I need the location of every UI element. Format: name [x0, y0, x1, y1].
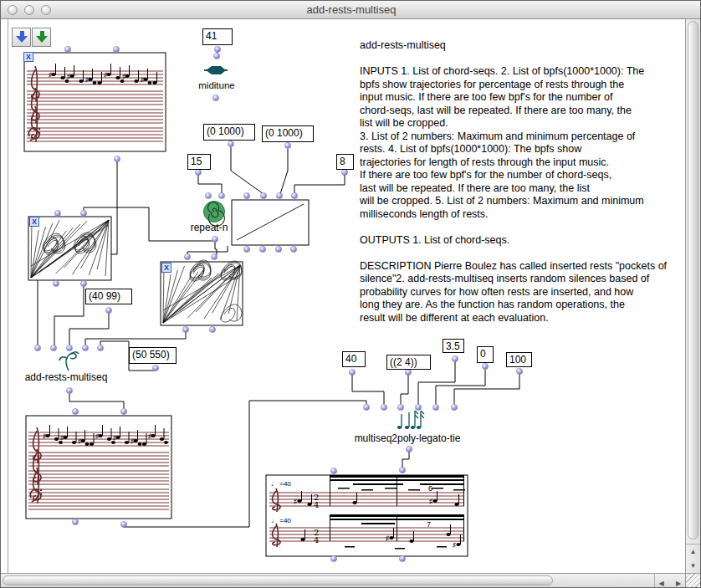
port-dot[interactable]: [406, 446, 412, 452]
port-dot[interactable]: [66, 345, 72, 350]
port-dot[interactable]: [82, 345, 88, 350]
port-dot[interactable]: [276, 192, 282, 198]
vertical-scrollbar[interactable]: ▲ ▼: [685, 19, 700, 575]
port-dot[interactable]: [80, 210, 86, 216]
poly-display[interactable]: ♩ =40♩ =40242467♯♯♯♯: [266, 475, 468, 556]
add-rests-multiseq-icon[interactable]: [59, 352, 79, 371]
port-dot[interactable]: [214, 46, 220, 52]
port-dot[interactable]: [243, 192, 249, 198]
number-box-8[interactable]: 8: [336, 154, 354, 170]
bpf-lib-display-a[interactable]: [28, 217, 111, 280]
port-dot[interactable]: [330, 555, 336, 561]
svg-text:4: 4: [314, 500, 319, 509]
port-dot[interactable]: [415, 404, 421, 410]
port-dot[interactable]: [432, 404, 438, 410]
range-box-40-99[interactable]: (40 99): [85, 289, 132, 304]
port-dot[interactable]: [363, 404, 369, 410]
svg-text:♯: ♯: [113, 434, 116, 442]
port-dot[interactable]: [284, 142, 290, 148]
port-dot[interactable]: [399, 555, 405, 561]
port-dot[interactable]: [452, 355, 458, 361]
scroll-right-icon[interactable]: ▶: [672, 577, 685, 588]
list-box-2-4[interactable]: ((2 4)): [386, 355, 431, 370]
resize-grip-icon[interactable]: [685, 573, 700, 587]
scroll-up-icon[interactable]: ▲: [686, 545, 700, 559]
port-dot[interactable]: [399, 467, 405, 473]
port-dot[interactable]: [97, 345, 103, 350]
port-dot[interactable]: [516, 368, 522, 374]
port-dot[interactable]: [120, 408, 126, 414]
number-box-15[interactable]: 15: [187, 154, 211, 170]
svg-text:♯: ♯: [67, 73, 70, 80]
range-box-0-1000-b[interactable]: (0 1000): [262, 125, 314, 142]
port-dot[interactable]: [72, 519, 78, 524]
port-dot[interactable]: [228, 141, 233, 146]
scroll-down-icon[interactable]: ▼: [686, 559, 700, 573]
port-dot[interactable]: [66, 387, 72, 393]
svg-text:♯: ♯: [95, 432, 99, 440]
port-dot[interactable]: [80, 280, 86, 286]
port-dot[interactable]: [218, 192, 224, 198]
lock-icon[interactable]: X: [29, 217, 39, 227]
multiseq-display-bottom[interactable]: ♯♯♯♯♯♯♯: [26, 416, 171, 519]
port-dot[interactable]: [275, 246, 281, 252]
port-dot[interactable]: [482, 363, 488, 369]
patch-canvas[interactable]: ♯♯♯♯♯♯♯♯♯♯♯♯♯♩ =40♩ =40242467♯♯♯♯ 41 (0 …: [8, 19, 687, 575]
scroll-left-icon[interactable]: ◀: [655, 577, 668, 588]
port-dot[interactable]: [330, 468, 336, 473]
port-dot[interactable]: [209, 326, 215, 332]
port-dot[interactable]: [205, 192, 211, 198]
range-box-50-550[interactable]: (50 550): [129, 347, 177, 364]
number-box-100[interactable]: 100: [506, 352, 532, 367]
lock-icon[interactable]: X: [23, 52, 33, 62]
port-dot[interactable]: [349, 369, 355, 375]
port-dot[interactable]: [405, 369, 411, 375]
lock-icon[interactable]: X: [161, 263, 171, 273]
port-dot[interactable]: [260, 192, 266, 198]
port-dot[interactable]: [34, 345, 40, 350]
port-dot[interactable]: [152, 365, 158, 371]
number-box-3-5[interactable]: 3.5: [443, 339, 464, 353]
port-dot[interactable]: [451, 404, 457, 410]
port-dot[interactable]: [259, 246, 265, 252]
miditune-icon[interactable]: [204, 66, 228, 74]
eval-blue-arrow-button[interactable]: [12, 28, 31, 47]
port-dot[interactable]: [114, 156, 120, 161]
port-dot[interactable]: [53, 280, 59, 286]
port-dot[interactable]: [212, 95, 218, 100]
number-box-0[interactable]: 0: [477, 346, 494, 363]
port-dot[interactable]: [212, 236, 217, 242]
bpf-lib-display-b[interactable]: [161, 260, 243, 325]
svg-text:♯: ♯: [141, 76, 144, 84]
repeat-n-label: repeat-n: [184, 222, 234, 233]
port-dot[interactable]: [195, 169, 201, 175]
port-dot[interactable]: [211, 253, 217, 259]
port-dot[interactable]: [184, 253, 190, 259]
multiseq-display-top[interactable]: ♯♯♯♯♯♯: [24, 53, 166, 151]
horizontal-scroll-thumb[interactable]: [3, 575, 553, 585]
port-dot[interactable]: [120, 521, 126, 527]
port-dot[interactable]: [50, 345, 56, 350]
port-dot[interactable]: [341, 169, 347, 175]
horizontal-scrollbar[interactable]: ◀ ▶: [1, 573, 687, 587]
port-dot[interactable]: [182, 326, 188, 332]
port-dot[interactable]: [291, 192, 297, 198]
port-dot[interactable]: [54, 210, 60, 216]
number-box-40[interactable]: 40: [342, 351, 366, 367]
port-dot[interactable]: [72, 408, 78, 414]
port-dot[interactable]: [213, 53, 219, 59]
port-dot[interactable]: [290, 246, 296, 252]
port-dot[interactable]: [113, 46, 119, 52]
multiseq2poly-notes-icon[interactable]: [397, 411, 424, 429]
port-dot[interactable]: [381, 404, 386, 410]
port-dot[interactable]: [397, 404, 403, 410]
port-dot[interactable]: [64, 46, 70, 52]
port-dot[interactable]: [243, 246, 249, 252]
range-box-0-1000-a[interactable]: (0 1000): [203, 124, 255, 141]
titlebar[interactable]: add-rests-multiseq: [1, 1, 701, 19]
number-box-41[interactable]: 41: [202, 28, 233, 45]
port-dot[interactable]: [105, 307, 111, 313]
vertical-scroll-thumb[interactable]: [688, 21, 698, 539]
eval-green-arrow-button[interactable]: [32, 28, 51, 47]
bpf-factory-box[interactable]: [232, 200, 309, 245]
